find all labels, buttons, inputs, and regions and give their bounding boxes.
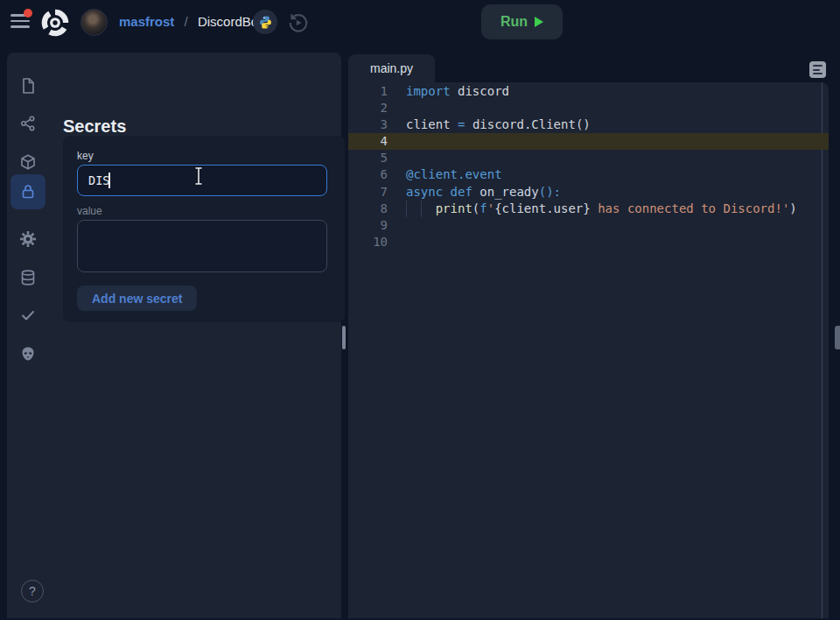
sidebar-item-files[interactable] — [10, 68, 46, 103]
new-secret-card: key value Add new secret — [63, 136, 345, 322]
sidebar-item-settings[interactable] — [10, 222, 46, 257]
share-fork-icon — [19, 115, 37, 132]
line-number: 8 — [348, 201, 388, 217]
breadcrumb: masfrost / DiscordBot — [119, 14, 262, 29]
sidebar-item-tests[interactable] — [10, 298, 46, 333]
key-label: key — [77, 150, 94, 162]
value-input[interactable] — [77, 220, 327, 272]
help-button[interactable]: ? — [21, 580, 44, 602]
secrets-content: Secrets System environment variables key… — [56, 53, 341, 618]
code-line: 4 — [348, 133, 829, 150]
top-bar: masfrost / DiscordBot Run — [0, 0, 840, 46]
alien-icon — [19, 345, 37, 363]
page-title: Secrets — [63, 116, 126, 137]
avatar[interactable] — [80, 9, 108, 36]
key-input-wrap — [77, 165, 327, 196]
code-line: 6@client.event — [348, 166, 829, 183]
value-label: value — [77, 205, 102, 217]
python-icon — [253, 10, 277, 34]
indent-guide — [421, 201, 436, 217]
play-icon — [535, 17, 543, 27]
gear-icon — [19, 230, 37, 248]
line-number: 4 — [348, 133, 388, 150]
line-number: 3 — [348, 116, 388, 133]
line-number: 10 — [348, 234, 388, 250]
code-editor[interactable]: 1import discord23client = discord.Client… — [348, 82, 829, 618]
line-number: 1 — [348, 83, 388, 100]
breadcrumb-separator: / — [178, 14, 194, 29]
cube-icon — [19, 153, 37, 171]
check-icon — [19, 306, 37, 324]
text-caret — [108, 173, 110, 188]
code-lines: 1import discord23client = discord.Client… — [348, 83, 829, 250]
line-number: 7 — [348, 184, 388, 201]
run-button[interactable]: Run — [481, 4, 563, 39]
line-number: 2 — [348, 100, 388, 116]
code-line: 7async def on_ready(): — [348, 184, 829, 201]
lock-icon — [19, 183, 37, 201]
file-icon — [19, 77, 37, 95]
sidebar-item-database[interactable] — [10, 260, 46, 295]
run-label: Run — [500, 14, 528, 30]
indent-guide — [406, 201, 421, 217]
sidebar-item-extensions[interactable] — [10, 336, 46, 371]
code-line: 2 — [348, 100, 829, 116]
tab-main-py[interactable]: main.py — [348, 54, 435, 82]
secrets-panel: ? Secrets System environment variables k… — [7, 53, 341, 618]
sidebar-item-secrets[interactable] — [10, 174, 46, 209]
pane-resize-handle-left[interactable] — [342, 326, 346, 349]
line-number: 6 — [348, 166, 388, 183]
replit-logo[interactable] — [39, 7, 71, 39]
history-icon[interactable] — [287, 11, 310, 34]
code-line: 8print(f'{client.user} has connected to … — [348, 201, 829, 217]
key-input[interactable] — [77, 165, 327, 196]
add-new-secret-button[interactable]: Add new secret — [77, 285, 197, 311]
line-number: 5 — [348, 150, 388, 166]
code-line: 10 — [348, 234, 829, 250]
sidebar-item-version-control[interactable] — [10, 106, 46, 141]
breadcrumb-username[interactable]: masfrost — [119, 14, 174, 29]
editor-menu-icon[interactable] — [809, 61, 826, 78]
line-number: 9 — [348, 217, 388, 234]
code-line: 5 — [348, 150, 829, 166]
editor-panel: main.py 1import discord23client = discor… — [348, 53, 829, 618]
pane-resize-handle-right[interactable] — [835, 326, 840, 349]
code-line: 9 — [348, 217, 829, 234]
notification-dot — [24, 9, 32, 18]
sidebar: ? — [7, 53, 49, 618]
database-icon — [19, 269, 37, 286]
code-line: 3client = discord.Client() — [348, 116, 829, 133]
code-line: 1import discord — [348, 83, 829, 100]
